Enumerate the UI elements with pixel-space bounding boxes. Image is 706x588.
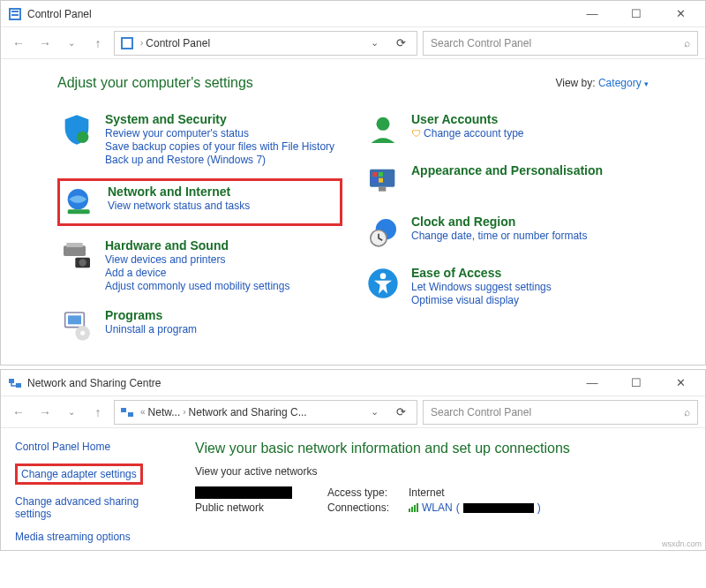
page-heading: Adjust your computer's settings: [57, 75, 555, 91]
search-box[interactable]: ⌕: [423, 400, 698, 425]
categories-left: System and Security Review your computer…: [57, 109, 342, 347]
search-input[interactable]: [431, 406, 684, 418]
category-label[interactable]: Programs: [105, 308, 197, 322]
svg-point-27: [380, 273, 387, 279]
svg-rect-5: [123, 39, 131, 48]
window-title: Control Panel: [27, 8, 578, 20]
search-icon[interactable]: ⌕: [684, 406, 690, 418]
uac-shield-icon: 🛡: [411, 128, 424, 139]
minimize-button[interactable]: —: [578, 373, 606, 394]
network-name-redacted: [195, 486, 292, 499]
address-dropdown-button[interactable]: ⌄: [364, 402, 385, 423]
svg-rect-14: [68, 315, 81, 324]
main-panel: View your basic network information and …: [177, 428, 705, 550]
connection-name: WLAN: [422, 501, 453, 514]
sublink[interactable]: Back up and Restore (Windows 7): [105, 154, 334, 166]
recent-locations-button[interactable]: ⌄: [61, 33, 82, 54]
network-sharing-window: Network and Sharing Centre — ☐ ✕ ← → ⌄ ↑…: [0, 369, 706, 551]
breadcrumb-root[interactable]: Control Panel: [146, 37, 210, 49]
forward-button[interactable]: →: [34, 402, 56, 423]
network-type: Public network: [195, 501, 292, 514]
svg-rect-31: [128, 412, 133, 417]
shield-icon: [59, 112, 94, 147]
access-type-value: Internet: [409, 486, 445, 499]
sublink[interactable]: Uninstall a program: [105, 323, 197, 335]
sublink[interactable]: View devices and printers: [105, 253, 289, 266]
connections-label: Connections:: [327, 501, 403, 514]
minimize-button[interactable]: —: [578, 4, 606, 25]
address-field[interactable]: › Control Panel ⌄ ⟳: [114, 31, 417, 56]
search-icon[interactable]: ⌕: [684, 37, 690, 49]
back-button[interactable]: ←: [8, 33, 29, 54]
category-user-accounts[interactable]: User Accounts 🛡 Change account type: [364, 109, 649, 151]
sublink[interactable]: Review your computer's status: [105, 127, 334, 139]
svg-rect-3: [11, 14, 19, 16]
search-input[interactable]: [431, 37, 684, 49]
breadcrumb-a[interactable]: Netw...: [148, 406, 181, 418]
search-box[interactable]: ⌕: [423, 31, 698, 56]
view-by-label: View by:: [555, 77, 595, 89]
category-label[interactable]: Appearance and Personalisation: [411, 163, 603, 177]
category-label[interactable]: Clock and Region: [411, 215, 587, 229]
category-network-internet[interactable]: Network and Internet View network status…: [57, 178, 342, 226]
chevron-left-overflow-icon[interactable]: «: [140, 407, 146, 417]
refresh-button[interactable]: ⟳: [390, 33, 411, 54]
address-field[interactable]: « Netw... › Network and Sharing C... ⌄ ⟳: [114, 400, 417, 425]
up-button[interactable]: ↑: [87, 33, 109, 54]
maximize-button[interactable]: ☐: [622, 4, 650, 25]
active-network-row: Public network Access type: Internet Con…: [195, 486, 687, 514]
svg-rect-20: [379, 172, 383, 177]
sublink[interactable]: Change date, time or number formats: [411, 230, 587, 242]
up-button[interactable]: ↑: [87, 402, 109, 423]
recent-locations-button[interactable]: ⌄: [61, 402, 82, 423]
chevron-right-icon: ›: [140, 38, 143, 48]
category-label[interactable]: Hardware and Sound: [105, 238, 289, 253]
view-by-control[interactable]: View by: Category ▾: [555, 77, 649, 89]
side-link-home[interactable]: Control Panel Home: [15, 441, 170, 453]
sublink[interactable]: 🛡 Change account type: [411, 127, 523, 139]
connection-link[interactable]: WLAN ( ): [409, 501, 541, 514]
forward-button[interactable]: →: [34, 33, 56, 54]
category-ease-of-access[interactable]: Ease of Access Let Windows suggest setti…: [364, 262, 649, 310]
svg-rect-30: [121, 408, 126, 412]
category-clock-region[interactable]: Clock and Region Change date, time or nu…: [364, 211, 649, 253]
close-button[interactable]: ✕: [666, 373, 695, 394]
category-label[interactable]: User Accounts: [411, 112, 523, 126]
svg-rect-9: [64, 245, 86, 256]
sublink[interactable]: Adjust commonly used mobility settings: [105, 280, 289, 292]
svg-rect-8: [68, 209, 90, 214]
titlebar: Control Panel — ☐ ✕: [1, 1, 705, 27]
sublink[interactable]: Save backup copies of your files with Fi…: [105, 140, 334, 153]
sublink[interactable]: Optimise visual display: [411, 294, 552, 306]
address-dropdown-button[interactable]: ⌄: [364, 33, 385, 54]
sublink[interactable]: Add a device: [105, 267, 289, 279]
sublink[interactable]: View network status and tasks: [108, 200, 250, 212]
back-button[interactable]: ←: [8, 402, 29, 423]
breadcrumb-b[interactable]: Network and Sharing C...: [189, 406, 307, 418]
category-appearance[interactable]: Appearance and Personalisation: [364, 160, 649, 202]
sublink[interactable]: Let Windows suggest settings: [411, 281, 552, 293]
refresh-button[interactable]: ⟳: [390, 402, 411, 423]
categories-right: User Accounts 🛡 Change account type Appe…: [364, 109, 649, 347]
category-label[interactable]: Ease of Access: [411, 266, 552, 280]
maximize-button[interactable]: ☐: [622, 373, 650, 394]
side-link-advanced-sharing[interactable]: Change advanced sharing settings: [15, 495, 170, 520]
svg-rect-19: [372, 172, 377, 177]
side-panel: Control Panel Home Change adapter settin…: [1, 428, 177, 550]
category-label[interactable]: System and Security: [105, 112, 334, 126]
control-panel-path-icon: [120, 36, 134, 50]
svg-rect-28: [9, 379, 14, 383]
category-system-security[interactable]: System and Security Review your computer…: [57, 109, 342, 170]
side-link-media-streaming[interactable]: Media streaming options: [15, 531, 170, 543]
svg-point-16: [80, 331, 85, 335]
svg-rect-29: [16, 383, 21, 388]
programs-disc-icon: [59, 308, 94, 343]
titlebar: Network and Sharing Centre — ☐ ✕: [1, 370, 705, 396]
category-label[interactable]: Network and Internet: [108, 185, 250, 199]
view-by-value[interactable]: Category: [598, 77, 642, 89]
close-button[interactable]: ✕: [666, 4, 695, 25]
ssid-redacted: [463, 503, 534, 513]
category-programs[interactable]: Programs Uninstall a program: [57, 305, 342, 347]
category-hardware-sound[interactable]: Hardware and Sound View devices and prin…: [57, 235, 342, 296]
side-link-adapter-settings[interactable]: Change adapter settings: [15, 464, 143, 485]
